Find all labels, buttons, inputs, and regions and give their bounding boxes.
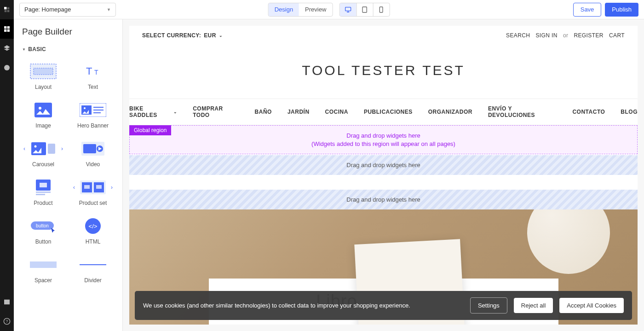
tab-design[interactable]: Design [269,3,299,16]
svg-rect-7 [34,68,53,75]
top-bar: Page: Homepage ▼ Design Preview Save Pub… [14,0,644,19]
widget-carousel[interactable]: ‹ › Carousel [18,136,68,171]
publish-button[interactable]: Publish [605,3,638,17]
carousel-icon [31,142,55,155]
cookie-reject-button[interactable]: Reject all [514,298,553,313]
widget-label: Hero Banner [77,122,109,129]
cookie-accept-button[interactable]: Accept All Cookies [559,298,624,313]
spacer-icon [30,260,57,269]
side-panel: Page Builder ▼ BASIC Layout TT Text Imag… [14,19,123,331]
device-desktop[interactable] [339,3,356,16]
svg-rect-37 [30,261,57,268]
link-signin[interactable]: SIGN IN [535,32,557,39]
svg-rect-20 [48,144,55,154]
currency-label: SELECT CURRENCY: [142,32,201,39]
svg-rect-27 [36,194,45,195]
widget-label: Image [35,122,51,129]
widgets-icon [3,25,11,33]
svg-point-11 [39,107,41,110]
widget-button[interactable]: button Button [18,214,68,249]
widget-video[interactable]: Video [68,136,118,171]
nav-item[interactable]: PUBLICACIONES [364,105,413,118]
left-rail: ? [0,0,14,331]
divider-icon [80,262,106,267]
currency-value: EUR [204,32,216,39]
link-register[interactable]: REGISTER [574,32,604,39]
chevron-right-icon: › [111,184,113,191]
device-tablet[interactable] [356,3,373,16]
svg-rect-5 [380,7,383,12]
section-basic[interactable]: ▼ BASIC [14,43,122,55]
nav-item[interactable]: BAÑO [255,105,272,118]
svg-rect-10 [34,103,52,117]
widget-label: Divider [84,277,101,284]
svg-rect-4 [362,7,367,12]
save-button[interactable]: Save [573,3,602,17]
chevron-down-icon: ⌄ [219,33,223,38]
rail-widgets[interactable] [0,19,14,39]
device-mobile[interactable] [373,3,389,16]
widget-product-set[interactable]: ‹ › Product set [68,175,118,210]
gap [129,175,638,189]
widget-html[interactable]: </> HTML [68,214,118,249]
nav-item[interactable]: BIKE SADDLES⌄ [129,105,177,118]
desktop-icon [344,6,351,13]
nav-item[interactable]: COMPRAR TODO [193,105,239,118]
product-set-icon [80,180,106,194]
store-icon [3,298,11,306]
tab-preview[interactable]: Preview [299,3,332,16]
store-nav: BIKE SADDLES⌄ COMPRAR TODO BAÑO JARDÍN C… [129,99,638,125]
widget-divider[interactable]: Divider [68,252,118,287]
chevron-left-icon: ‹ [23,145,25,152]
rail-layers[interactable] [0,39,14,58]
video-icon [81,142,104,156]
rail-help[interactable]: ? [0,312,14,331]
global-region-line2: (Widgets added to this region will appea… [130,140,637,147]
nav-item[interactable]: ENVÍO Y DEVOLUCIONES [488,105,557,118]
text-or: or [563,32,568,39]
widget-spacer[interactable]: Spacer [18,252,68,287]
svg-rect-26 [36,192,51,193]
link-cart[interactable]: CART [609,32,625,39]
nav-item[interactable]: JARDÍN [288,105,310,118]
store-top: SELECT CURRENCY: EUR ⌄ SEARCH SIGN IN or… [129,26,638,45]
nav-item[interactable]: BLOG [621,105,638,118]
mode-toggle: Design Preview [268,3,333,17]
layers-icon [3,45,11,52]
svg-rect-22 [83,144,96,153]
widget-product[interactable]: Product [18,175,68,210]
widget-label: Spacer [34,277,52,284]
rail-logo[interactable] [0,0,14,19]
chevron-right-icon: › [61,145,63,152]
drop-zone[interactable]: Drag and drop widgets here [129,190,638,209]
nav-item[interactable]: ORGANIZADOR [428,105,472,118]
cookie-settings-button[interactable]: Settings [470,297,507,314]
widget-label: Button [35,238,52,245]
text-icon: TT [81,64,104,79]
page-select[interactable]: Page: Homepage ▼ [19,3,116,17]
widget-layout[interactable]: Layout [18,59,68,94]
triangle-down-icon: ▼ [22,47,26,52]
link-search[interactable]: SEARCH [506,32,530,39]
image-icon [34,103,52,117]
rail-theme[interactable] [0,58,14,77]
widget-label: HTML [86,238,101,245]
global-region[interactable]: Global region Drag and drop widgets here… [129,125,638,154]
widget-label: Product set [79,200,107,206]
svg-text:T: T [94,69,98,76]
widget-image[interactable]: Image [18,98,68,133]
store-top-right: SEARCH SIGN IN or REGISTER CART [506,32,625,39]
product-icon [36,180,51,195]
nav-item[interactable]: CONTACTO [572,105,605,118]
svg-rect-31 [84,185,90,189]
currency-selector[interactable]: SELECT CURRENCY: EUR ⌄ [142,32,223,39]
drop-zone[interactable]: Drag and drop widgets here [129,155,638,175]
widget-hero[interactable]: Hero Banner [68,98,118,133]
rail-store[interactable] [0,292,14,312]
global-region-tag: Global region [129,125,171,135]
widget-label: Product [34,200,52,206]
widget-text[interactable]: TT Text [68,59,118,94]
mobile-icon [378,6,385,13]
svg-rect-3 [345,7,351,11]
nav-item[interactable]: COCINA [325,105,348,118]
